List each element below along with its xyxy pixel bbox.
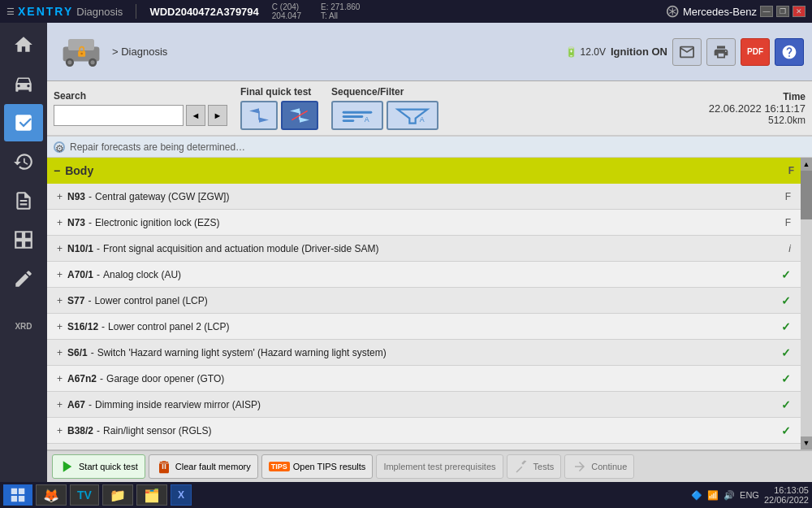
- list-item[interactable]: + B38/2 - Rain/light sensor (RGLS) ✓: [47, 418, 801, 444]
- taskbar-folder[interactable]: 📁: [102, 484, 133, 506]
- item-separator: -: [89, 399, 92, 410]
- header-bar: > Diagnosis 🔋 12.0V Ignition ON PDF: [47, 23, 812, 81]
- scroll-up-button[interactable]: ▲: [801, 158, 812, 171]
- nav-back-button[interactable]: ◄: [186, 105, 205, 126]
- item-status: ✓: [781, 398, 791, 411]
- item-expand-icon: +: [57, 191, 63, 202]
- pdf-button[interactable]: PDF: [741, 38, 770, 66]
- header-right: 🔋 12.0V Ignition ON PDF: [565, 38, 804, 66]
- sidebar-item-reports[interactable]: [4, 182, 43, 219]
- minimize-button[interactable]: —: [760, 6, 773, 17]
- list-item[interactable]: + S16/12 - Lower control panel 2 (LCP) ✓: [47, 314, 801, 340]
- item-code: S16/12: [67, 321, 98, 332]
- start-quick-test-button[interactable]: Start quick test: [52, 454, 145, 479]
- svg-marker-17: [63, 461, 72, 472]
- item-name: Switch 'Hazard warning light system' (Ha…: [97, 347, 387, 358]
- svg-text:A: A: [420, 115, 425, 124]
- close-button[interactable]: ✕: [793, 6, 806, 17]
- sidebar-item-diagnosis[interactable]: [4, 104, 43, 141]
- list-item[interactable]: + S6/1 - Switch 'Hazard warning light sy…: [47, 340, 801, 366]
- quick-test-btn-1[interactable]: [240, 101, 278, 130]
- list-area[interactable]: − Body F + N93 - Central gateway (CGW [Z…: [47, 158, 801, 449]
- svg-text:A: A: [365, 115, 369, 124]
- sidebar-item-settings[interactable]: [4, 221, 43, 258]
- item-code: A67n2: [67, 373, 97, 384]
- item-code: A70/1: [67, 269, 93, 280]
- bottom-toolbar: Start quick test Clear fault memory TIPS…: [47, 449, 812, 482]
- implement-prerequisites-button[interactable]: Implement test prerequisites: [376, 454, 503, 479]
- window-controls[interactable]: — ❐ ✕: [760, 6, 806, 17]
- scroll-down-button[interactable]: ▼: [801, 436, 812, 449]
- nav-forward-button[interactable]: ►: [208, 105, 227, 126]
- item-name: Garage door opener (GTO): [106, 373, 224, 384]
- help-button[interactable]: [775, 38, 804, 66]
- wrench-icon: [514, 458, 530, 475]
- sequence-btn[interactable]: A: [331, 101, 383, 130]
- title-bar-right: ⊛ Mercedes-Benz — ❐ ✕: [665, 1, 806, 22]
- filter-btn[interactable]: A: [387, 101, 438, 130]
- clear-fault-label: Clear fault memory: [175, 462, 251, 471]
- play-icon: [59, 458, 76, 475]
- continue-button[interactable]: Continue: [564, 454, 634, 479]
- svg-point-4: [67, 60, 71, 64]
- open-tips-results-button[interactable]: TIPS Open TIPS results: [261, 454, 374, 479]
- item-expand-icon: +: [57, 347, 63, 358]
- quick-test-btn-2[interactable]: [281, 101, 318, 130]
- item-status: ✓: [781, 268, 791, 281]
- restore-button[interactable]: ❐: [776, 6, 789, 17]
- list-item[interactable]: + N93 - Central gateway (CGW [ZGW]) F: [47, 184, 801, 210]
- list-item[interactable]: + A70/1 - Analog clock (AU) ✓: [47, 262, 801, 288]
- hamburger-menu[interactable]: ☰: [6, 7, 15, 17]
- clear-icon: [156, 458, 172, 475]
- continue-icon: [572, 458, 588, 475]
- tips-badge: TIPS: [269, 462, 290, 471]
- taskbar-explorer[interactable]: 🗂️: [136, 484, 167, 506]
- list-item[interactable]: + A67 - Dimming inside rearview mirror (…: [47, 392, 801, 418]
- print-button[interactable]: [706, 38, 736, 66]
- time-section: Time 22.06.2022 16:11:17 512.0km: [709, 91, 806, 126]
- scrollbar[interactable]: ▲ ▼: [801, 158, 812, 449]
- list-item[interactable]: + N73 - Electronic ignition lock (EZS) F: [47, 210, 801, 236]
- list-item[interactable]: + N10/1 - Front signal acquisition and a…: [47, 236, 801, 262]
- scroll-thumb[interactable]: [801, 171, 812, 219]
- xentry-logo: XENTRY: [18, 5, 73, 18]
- clear-fault-memory-button[interactable]: Clear fault memory: [149, 454, 258, 479]
- sidebar-item-xrd[interactable]: XRD: [4, 306, 43, 343]
- time-value: 22.06.2022 16:11:17: [709, 102, 806, 115]
- taskbar-left: 🦊 TV 📁 🗂️ X: [3, 484, 192, 506]
- item-separator: -: [89, 191, 92, 202]
- forecast-text: Repair forecasts are being determined…: [70, 141, 245, 153]
- item-status: ✓: [781, 424, 791, 437]
- sidebar-item-vehicle[interactable]: [4, 65, 43, 102]
- item-status: ✓: [781, 372, 791, 385]
- item-name: Analog clock (AU): [103, 269, 181, 280]
- taskbar-sound-icon: 🔊: [723, 490, 735, 501]
- list-item[interactable]: + A67n2 - Garage door opener (GTO) ✓: [47, 366, 801, 392]
- message-button[interactable]: [672, 38, 702, 66]
- sidebar-item-home[interactable]: [4, 26, 43, 63]
- category-row-body[interactable]: − Body F: [47, 158, 801, 184]
- quick-test-section: Final quick test: [240, 86, 318, 130]
- taskbar-firefox[interactable]: 🦊: [36, 484, 67, 506]
- svg-point-7: [80, 52, 83, 54]
- mercedes-logo-icon: ⊛: [665, 1, 680, 22]
- time-label: Time: [783, 91, 806, 102]
- taskbar-xentry[interactable]: X: [171, 484, 192, 506]
- taskbar-teamviewer[interactable]: TV: [70, 484, 99, 506]
- car-lock-icon: [55, 28, 107, 76]
- item-expand-icon: +: [57, 399, 63, 410]
- start-button[interactable]: [3, 484, 32, 506]
- item-separator: -: [97, 243, 100, 254]
- search-input[interactable]: [54, 105, 184, 126]
- vin-number: WDD2040472A379794: [149, 6, 258, 18]
- search-section: Search ◄ ►: [54, 90, 227, 126]
- tests-button[interactable]: Tests: [507, 454, 562, 479]
- item-expand-icon: +: [57, 373, 63, 384]
- taskbar-bluetooth-icon: 🔷: [691, 490, 702, 501]
- car-codes: C (204) 204.047: [272, 2, 301, 20]
- sidebar-item-history[interactable]: [4, 143, 43, 180]
- list-item[interactable]: + N72/1 - Upper control panel (UCP) ✓: [47, 444, 801, 449]
- km-value: 512.0km: [768, 115, 806, 126]
- sidebar-item-tools[interactable]: [4, 260, 43, 297]
- list-item[interactable]: + S77 - Lower control panel (LCP) ✓: [47, 288, 801, 314]
